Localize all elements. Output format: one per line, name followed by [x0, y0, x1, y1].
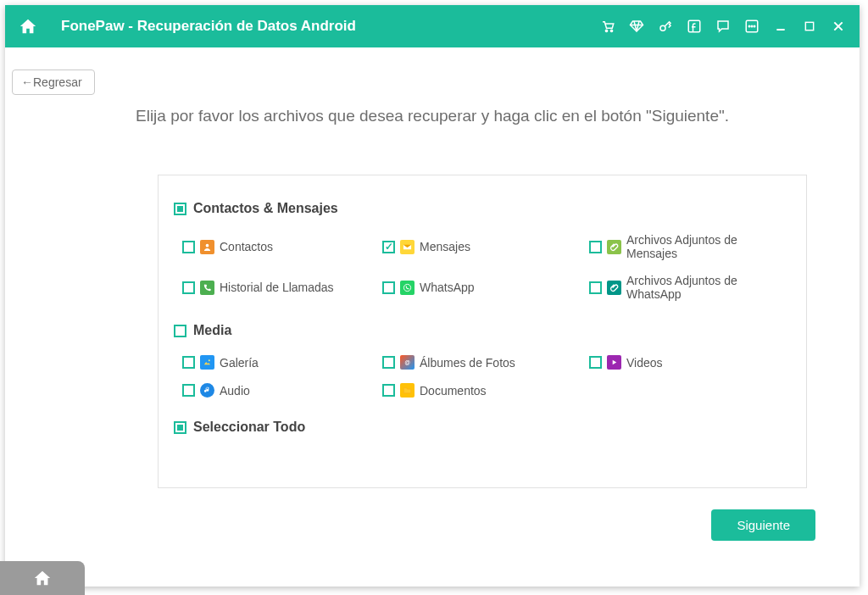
select-all-row[interactable]: Seleccionar Todo — [174, 420, 791, 435]
section-media-checkbox[interactable] — [174, 325, 186, 337]
back-label: Regresar — [33, 75, 82, 89]
section-contacts-checkbox[interactable] — [174, 203, 186, 215]
select-all-checkbox[interactable] — [174, 421, 186, 434]
app-title: FonePaw - Recuperación de Datos Android — [61, 18, 598, 35]
checkbox[interactable] — [382, 281, 395, 294]
maximize-icon[interactable] — [800, 17, 819, 36]
checkbox[interactable] — [589, 356, 602, 369]
checkbox[interactable] — [382, 384, 395, 397]
select-all-label: Seleccionar Todo — [193, 420, 305, 435]
calls-icon — [200, 281, 214, 295]
option-contactos[interactable]: Contactos — [182, 233, 382, 260]
option-adjuntos-mensajes[interactable]: Archivos Adjuntos de Mensajes — [589, 233, 791, 260]
option-albumes-fotos[interactable]: @ Álbumes de Fotos — [382, 355, 589, 370]
checkbox[interactable] — [182, 281, 195, 294]
checkbox[interactable] — [589, 281, 602, 294]
checkbox[interactable] — [382, 356, 395, 369]
option-mensajes[interactable]: Mensajes — [382, 233, 589, 260]
key-icon[interactable] — [656, 17, 675, 36]
checkbox[interactable] — [589, 241, 602, 253]
home-icon[interactable] — [17, 15, 39, 37]
checkbox[interactable] — [182, 356, 195, 369]
option-galeria[interactable]: Galería — [182, 355, 382, 370]
feedback-icon[interactable] — [714, 17, 732, 36]
option-whatsapp[interactable]: WhatsApp — [382, 274, 589, 301]
svg-point-5 — [748, 25, 750, 27]
titlebar: FonePaw - Recuperación de Datos Android — [5, 5, 860, 47]
arrow-left-icon: ← — [21, 75, 33, 89]
svg-point-9 — [206, 243, 209, 247]
svg-text:@: @ — [404, 359, 409, 365]
attach-msg-icon — [607, 240, 621, 254]
albums-icon: @ — [400, 355, 415, 370]
option-historial-llamadas[interactable]: Historial de Llamadas — [182, 274, 382, 301]
minimize-icon[interactable] — [771, 17, 790, 36]
next-button[interactable]: Siguiente — [711, 509, 815, 541]
svg-point-1 — [610, 30, 612, 31]
gallery-icon — [200, 355, 214, 370]
checkbox[interactable] — [182, 384, 195, 397]
svg-point-7 — [754, 25, 755, 27]
contacts-icon — [200, 240, 214, 254]
back-button[interactable]: ←Regresar — [12, 70, 95, 95]
svg-point-6 — [751, 25, 753, 27]
option-videos[interactable]: Videos — [589, 355, 791, 370]
option-audio[interactable]: Audio — [182, 383, 382, 398]
file-types-panel: Contactos & Mensajes Contactos Mensajes — [158, 175, 807, 488]
checkbox[interactable] — [382, 241, 395, 253]
messages-icon — [400, 240, 415, 254]
attach-wa-icon — [607, 281, 621, 295]
section-contacts-header[interactable]: Contactos & Mensajes — [174, 201, 791, 216]
svg-point-10 — [403, 284, 410, 291]
section-contacts-label: Contactos & Mensajes — [193, 201, 338, 216]
facebook-icon[interactable] — [685, 17, 704, 36]
option-documentos[interactable]: Documentos — [382, 383, 589, 398]
instruction-text: Elija por favor los archivos que desea r… — [5, 107, 860, 125]
close-icon[interactable] — [829, 17, 848, 36]
section-media-label: Media — [193, 323, 231, 338]
whatsapp-icon — [400, 281, 415, 295]
home-icon — [33, 569, 52, 587]
section-media-header[interactable]: Media — [174, 323, 791, 338]
footer-home-tab[interactable] — [0, 561, 85, 595]
videos-icon — [607, 355, 621, 370]
svg-point-2 — [660, 25, 665, 31]
audio-icon — [200, 383, 214, 398]
checkbox[interactable] — [182, 241, 195, 253]
option-adjuntos-whatsapp[interactable]: Archivos Adjuntos de WhatsApp — [589, 274, 791, 301]
svg-point-0 — [605, 30, 607, 31]
documents-icon — [400, 383, 415, 398]
titlebar-actions — [598, 17, 848, 36]
svg-rect-8 — [805, 22, 813, 30]
diamond-icon[interactable] — [627, 17, 646, 36]
menu-icon[interactable] — [743, 17, 761, 36]
cart-icon[interactable] — [598, 17, 617, 36]
svg-point-11 — [209, 359, 210, 361]
